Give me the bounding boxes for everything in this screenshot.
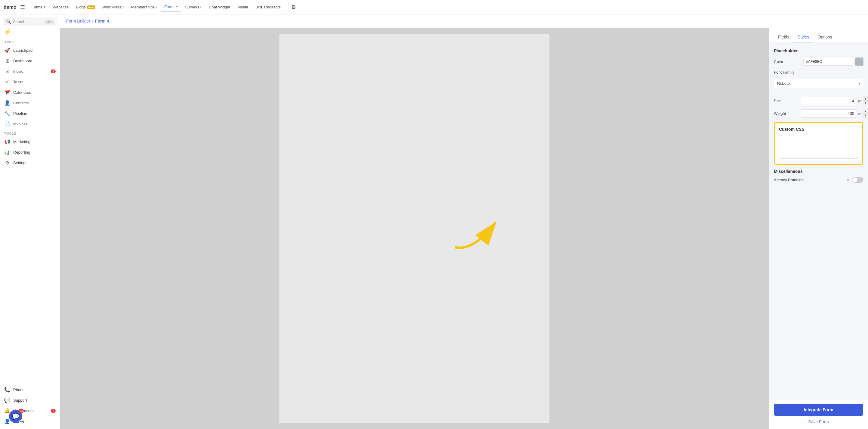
nav-surveys[interactable]: Surveys ▾ xyxy=(182,3,205,11)
new-badge: New xyxy=(87,5,95,9)
weight-unit: px xyxy=(858,111,862,115)
pipeline-icon: 🔧 xyxy=(4,111,10,117)
panel-bottom-actions: Integrate Form Save Form xyxy=(769,400,868,429)
sidebar-item-tasks[interactable]: ✓ Tasks xyxy=(0,77,60,87)
sidebar-item-reporting[interactable]: 📊 Reporting xyxy=(0,147,60,158)
breadcrumb-current[interactable]: Form 4 xyxy=(95,19,109,24)
color-hex-input[interactable] xyxy=(803,58,854,66)
sidebar-item-inbox[interactable]: ✉ Inbox 1 xyxy=(0,66,60,77)
color-field-row: Color xyxy=(774,58,863,66)
tab-options[interactable]: Options xyxy=(813,32,836,42)
weight-stepper: ▲ ▼ xyxy=(863,109,868,118)
weight-increment-button[interactable]: ▲ xyxy=(863,109,868,113)
tasks-icon: ✓ xyxy=(4,79,10,85)
size-input[interactable] xyxy=(801,97,857,105)
chevron-down-icon: ▾ xyxy=(176,5,178,8)
sidebar-item-marketing[interactable]: 📢 Marketing xyxy=(0,136,60,147)
launchpad-icon: 🚀 xyxy=(4,47,10,53)
size-increment-button[interactable]: ▲ xyxy=(863,97,868,101)
nav-funnels[interactable]: Funnels xyxy=(29,3,49,11)
right-panel: Fields Styles Options Placeholder Color xyxy=(769,28,868,429)
integrate-form-button[interactable]: Integrate Form xyxy=(774,404,863,416)
calendars-icon: 📅 xyxy=(4,90,10,95)
search-label: Search xyxy=(13,20,43,24)
apps-section-label: Apps xyxy=(0,38,60,45)
support-icon: 💬 xyxy=(4,397,10,403)
agency-branding-label: Agency Branding xyxy=(774,178,804,182)
app-logo: demo xyxy=(4,4,17,10)
placeholder-section-title: Placeholder xyxy=(774,48,863,53)
tab-styles[interactable]: Styles xyxy=(794,32,813,42)
custom-css-textarea[interactable] xyxy=(779,135,858,159)
color-label: Color xyxy=(774,60,801,64)
font-select-wrapper: Roboto Arial Times New Roman Georgia Ver… xyxy=(774,79,863,88)
bolt-icon[interactable]: ⚡ xyxy=(4,28,11,35)
content-area: Form Builder / Form 4 xyxy=(60,14,868,429)
breadcrumb-parent[interactable]: Form Builder xyxy=(66,19,90,24)
dashboard-icon: ⊞ xyxy=(4,58,10,64)
nav-memberships[interactable]: Memberships ▾ xyxy=(128,3,160,11)
main-layout: 🔍 Search ctrl K ⚡ Apps 🚀 Launchpad ⊞ Das… xyxy=(0,14,868,429)
toggle-x-icon[interactable]: ✕ xyxy=(846,177,850,182)
color-swatch[interactable] xyxy=(855,58,864,66)
tab-fields[interactable]: Fields xyxy=(774,32,794,42)
sidebar-item-invoices[interactable]: 📄 Invoices xyxy=(0,119,60,129)
font-family-select[interactable]: Roboto Arial Times New Roman Georgia Ver… xyxy=(774,79,863,88)
sidebar-item-support[interactable]: 💬 Support xyxy=(0,395,60,405)
nav-wordpress[interactable]: WordPress ▾ xyxy=(99,3,127,11)
breadcrumb: Form Builder / Form 4 xyxy=(60,14,868,28)
color-value-box xyxy=(803,58,864,66)
agency-branding-toggle[interactable] xyxy=(852,177,863,183)
save-form-link[interactable]: Save Form xyxy=(774,418,863,425)
custom-css-title: Custom CSS xyxy=(779,127,858,132)
font-family-label: Font Family xyxy=(774,70,801,74)
chevron-down-icon: ▾ xyxy=(200,5,202,9)
size-stepper: ▲ ▼ xyxy=(863,97,868,105)
chat-bubble-area: 💬 14 xyxy=(9,410,22,423)
sidebar-item-pipeline[interactable]: 🔧 Pipeline xyxy=(0,108,60,119)
weight-decrement-button[interactable]: ▼ xyxy=(863,113,868,118)
marketing-icon: 📢 xyxy=(4,139,10,144)
agency-branding-toggle-wrap: ✕ xyxy=(846,177,863,183)
chevron-down-icon: ▾ xyxy=(155,5,157,9)
agency-branding-row: Agency Branding ✕ xyxy=(774,177,863,183)
custom-css-box: Custom CSS xyxy=(774,122,863,165)
size-field-row: Size px ▲ ▼ xyxy=(774,97,863,105)
font-family-field-row: Font Family Roboto Arial Times New Roman… xyxy=(774,70,863,92)
sidebar-item-launchpad[interactable]: 🚀 Launchpad xyxy=(0,45,60,56)
contacts-icon: 👤 xyxy=(4,100,10,106)
sidebar-item-dashboard[interactable]: ⊞ Dashboard xyxy=(0,56,60,66)
sidebar-item-contacts[interactable]: 👤 Contacts xyxy=(0,98,60,108)
nav-websites[interactable]: Websites xyxy=(50,3,71,11)
sidebar-item-calendars[interactable]: 📅 Calendars xyxy=(0,87,60,98)
search-icon: 🔍 xyxy=(6,19,11,24)
size-unit: px xyxy=(858,99,862,102)
size-label: Size xyxy=(774,99,801,103)
search-bar[interactable]: 🔍 Search ctrl K xyxy=(3,18,57,26)
miscellaneous-title: Miscellaneous xyxy=(774,169,863,174)
nav-url-redirects[interactable]: URL Redirects xyxy=(252,3,284,11)
nav-blogs[interactable]: Blogs New xyxy=(73,3,98,11)
weight-input[interactable] xyxy=(801,109,857,118)
nav-media[interactable]: Media xyxy=(235,3,251,11)
notifications-badge: 4 xyxy=(51,409,56,413)
size-input-wrap: px ▲ ▼ xyxy=(801,97,868,105)
settings-icon: ⚙ xyxy=(4,160,10,166)
gear-icon[interactable]: ⚙ xyxy=(291,4,296,10)
weight-input-wrap: px ▲ ▼ xyxy=(801,109,868,118)
size-decrement-button[interactable]: ▼ xyxy=(863,101,868,105)
breadcrumb-separator: / xyxy=(92,19,93,24)
menu-icon[interactable]: ☰ xyxy=(20,4,25,10)
sidebar-item-settings[interactable]: ⚙ Settings xyxy=(0,158,60,168)
nav-forms[interactable]: Forms ▾ xyxy=(161,3,181,11)
invoices-icon: 📄 xyxy=(4,121,10,127)
builder-area: Fields Styles Options Placeholder Color xyxy=(60,28,868,429)
nav-divider xyxy=(287,4,287,11)
inbox-badge: 1 xyxy=(51,69,56,73)
panel-tabs: Fields Styles Options xyxy=(769,28,868,42)
panel-content: Placeholder Color Font Family xyxy=(769,42,868,400)
sidebar: 🔍 Search ctrl K ⚡ Apps 🚀 Launchpad ⊞ Das… xyxy=(0,14,60,429)
sidebar-item-phone[interactable]: 📞 Phone xyxy=(0,385,60,395)
nav-chat-widget[interactable]: Chat Widget xyxy=(206,3,234,11)
tools-section-label: Tools xyxy=(0,129,60,136)
